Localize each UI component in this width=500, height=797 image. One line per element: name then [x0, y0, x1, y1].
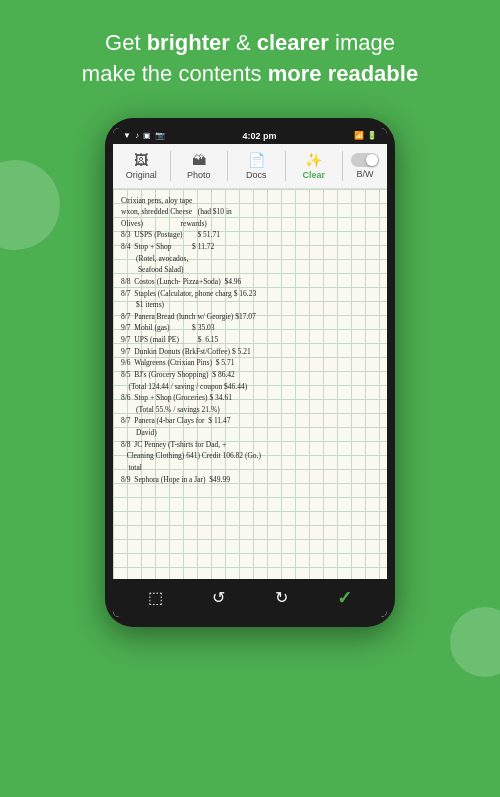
- grid-paper: Ctrixian pens, aloy tape wxon, shredded …: [113, 189, 387, 579]
- doc-line-8: 8/7 Staples (Calculator, phone charg $ 1…: [121, 288, 379, 300]
- redo-button[interactable]: ↻: [275, 588, 288, 607]
- doc-line-18: (Total 55.% / savings 21.%): [121, 404, 379, 416]
- doc-line-22: Cleaning Clothing) 641) Credit 106.82 (G…: [121, 450, 379, 462]
- wifi-signal-icon: 📶: [354, 131, 364, 140]
- doc-line-16: (Total 124.44 / saving / coupon $46.44): [121, 381, 379, 393]
- phone-screen: ▼ ♪ ▣ 📷 4:02 pm 📶 🔋 🖼 Original: [113, 128, 387, 617]
- doc-line-24: 8/9 Sephora (Hope in a Jar) $49.99: [121, 474, 379, 486]
- undo-button[interactable]: ↺: [212, 588, 225, 607]
- signal-icon: 📷: [155, 131, 165, 140]
- bw-toggle-switch[interactable]: [351, 153, 379, 167]
- header-line2: make the contents more readable: [82, 61, 418, 86]
- toolbar-docs[interactable]: 📄 Docs: [228, 148, 285, 184]
- doc-line-0: Ctrixian pens, aloy tape: [121, 195, 379, 207]
- doc-line-4: 8/4 Stop + Shop $ 11.72: [121, 241, 379, 253]
- original-icon: 🖼: [134, 152, 148, 168]
- docs-icon: 📄: [248, 152, 265, 168]
- doc-line-21: 8/8 JC Penney (T-shirts for Dad, +: [121, 439, 379, 451]
- wifi-icon: ▣: [143, 131, 151, 140]
- header-text: Get brighter & clearer image make the co…: [0, 0, 500, 108]
- confirm-button[interactable]: ✓: [337, 587, 352, 609]
- doc-line-20: David): [121, 427, 379, 439]
- bw-label: B/W: [357, 169, 374, 179]
- doc-line-19: 8/7 Panera (4-bar Clays for $ 11.47: [121, 415, 379, 427]
- bw-toggle-knob: [366, 154, 378, 166]
- header-line1: Get brighter & clearer image: [105, 30, 395, 55]
- crop-button[interactable]: ⬚: [148, 588, 163, 607]
- notification-icon: ▼: [123, 131, 131, 140]
- doc-line-1: wxon, shredded Cheese (had $10 in: [121, 206, 379, 218]
- doc-line-2: Olives) rewards): [121, 218, 379, 230]
- status-right-icons: 📶 🔋: [354, 131, 377, 140]
- doc-line-11: 9/7 Mobil (gas) $ 35.03: [121, 322, 379, 334]
- doc-line-7: 8/8 Costos (Lunch- Pizza+Soda) $4.96: [121, 276, 379, 288]
- doc-line-10: 8/7 Panera Bread (lunch w/ Georgie) $17.…: [121, 311, 379, 323]
- status-time: 4:02 pm: [242, 131, 276, 141]
- doc-line-6: Seafood Salad): [121, 264, 379, 276]
- handwritten-content: Ctrixian pens, aloy tape wxon, shredded …: [121, 195, 379, 486]
- bottom-bar: ⬚ ↺ ↻ ✓: [113, 579, 387, 617]
- document-area: Ctrixian pens, aloy tape wxon, shredded …: [113, 189, 387, 579]
- phone-device: ▼ ♪ ▣ 📷 4:02 pm 📶 🔋 🖼 Original: [105, 118, 395, 627]
- photo-icon: 🏔: [192, 152, 206, 168]
- clear-label: Clear: [302, 170, 325, 180]
- clear-icon: ✨: [305, 152, 322, 168]
- doc-line-13: 9/7 Dunkin Donuts (BrkFst/Coffee) $ 5.21: [121, 346, 379, 358]
- doc-line-3: 8/3 USPS (Postage) $ 51.71: [121, 229, 379, 241]
- status-left-icons: ▼ ♪ ▣ 📷: [123, 131, 165, 140]
- original-label: Original: [126, 170, 157, 180]
- phone-wrapper: ▼ ♪ ▣ 📷 4:02 pm 📶 🔋 🖼 Original: [0, 108, 500, 627]
- docs-label: Docs: [246, 170, 267, 180]
- doc-line-15: 8/5 BJ's (Grocery Shopping) $ 86.42: [121, 369, 379, 381]
- status-bar: ▼ ♪ ▣ 📷 4:02 pm 📶 🔋: [113, 128, 387, 144]
- battery-icon: 🔋: [367, 131, 377, 140]
- doc-line-17: 8/6 Stop + Shop (Groceries) $ 34.61: [121, 392, 379, 404]
- media-icon: ♪: [135, 131, 139, 140]
- photo-label: Photo: [187, 170, 211, 180]
- doc-line-14: 9/6 Walgreens (Ctrixian Pins) $ 5.71: [121, 357, 379, 369]
- toolbar-photo[interactable]: 🏔 Photo: [171, 148, 228, 184]
- doc-line-12: 9/7 UPS (mail PE) $ 6.15: [121, 334, 379, 346]
- toolbar-bw[interactable]: B/W: [343, 149, 387, 183]
- toolbar: 🖼 Original 🏔 Photo 📄 Docs ✨ Clear: [113, 144, 387, 189]
- doc-line-23: total: [121, 462, 379, 474]
- doc-line-5: (Rotel, avocados,: [121, 253, 379, 265]
- doc-line-9: $1 items): [121, 299, 379, 311]
- toolbar-original[interactable]: 🖼 Original: [113, 148, 170, 184]
- toolbar-clear[interactable]: ✨ Clear: [286, 148, 343, 184]
